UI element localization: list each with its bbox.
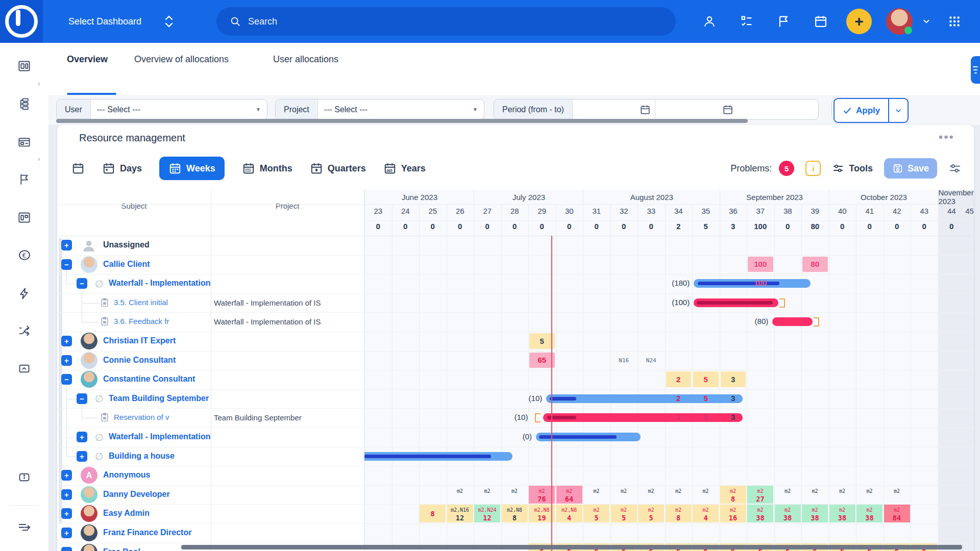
expand-plus-button[interactable]: + — [77, 432, 87, 442]
subject-name[interactable]: Anonymous — [103, 470, 211, 480]
collapse-menu-icon[interactable] — [0, 520, 48, 534]
subject-name[interactable]: Waterfall - Implementation of IS — [109, 279, 211, 288]
avatar[interactable]: A — [81, 467, 97, 484]
expand-plus-button[interactable]: + — [61, 470, 72, 481]
expand-minus-button[interactable]: − — [61, 374, 72, 385]
allocation-cell[interactable]: 65 — [529, 353, 555, 368]
period-to-input[interactable] — [655, 99, 738, 119]
allocation-cell[interactable]: m2 — [638, 486, 664, 504]
subject-name[interactable]: Callie Client — [103, 260, 211, 269]
milestones-flag-icon[interactable] — [0, 172, 48, 186]
tab-overview[interactable]: Overview — [67, 54, 108, 65]
allocation-cell[interactable]: m2 — [693, 486, 719, 504]
avatar[interactable] — [81, 333, 97, 349]
board-icon[interactable] — [0, 135, 48, 149]
avatar[interactable] — [81, 505, 97, 522]
flag-icon[interactable] — [772, 0, 795, 43]
gantt-bar-pink[interactable] — [772, 317, 813, 326]
tab-user-allocations[interactable]: User allocations — [273, 54, 338, 65]
allocation-cell[interactable]: m216 — [720, 505, 746, 522]
avatar[interactable] — [81, 256, 97, 273]
search-input[interactable]: Search — [216, 7, 676, 36]
subject-name[interactable]: Team Building September — [109, 394, 211, 403]
view-quarters-button[interactable]: Quarters — [310, 162, 366, 175]
user-filter-select[interactable]: --- Select ---▼ — [91, 99, 267, 119]
right-edge-panel-tab[interactable] — [971, 56, 980, 84]
avatar[interactable] — [81, 371, 97, 388]
allocation-cell[interactable]: m2 — [775, 486, 801, 504]
allocation-cell[interactable]: 100 — [748, 257, 773, 272]
tab-overview-of-allocations[interactable]: Overview of allocations — [134, 54, 229, 65]
allocation-cell[interactable]: m2 — [474, 486, 500, 504]
allocation-cell[interactable]: m2 — [583, 486, 609, 504]
view-days-button[interactable]: Days — [102, 162, 142, 175]
panels-icon[interactable] — [0, 211, 48, 224]
period-from-input[interactable] — [573, 99, 655, 119]
allocation-cell[interactable]: m276 — [529, 486, 555, 504]
user-icon[interactable] — [698, 0, 721, 43]
expand-plus-button[interactable]: + — [61, 508, 72, 519]
allocation-cell[interactable]: m2,N2412 — [474, 505, 500, 522]
app-logo[interactable] — [0, 0, 43, 43]
allocation-cell[interactable]: m2 — [856, 486, 883, 504]
apply-options-chevron[interactable] — [888, 99, 908, 122]
allocation-cell[interactable]: m264 — [556, 486, 582, 504]
quick-add-button[interactable]: + — [846, 9, 872, 34]
tasks-checklist-icon[interactable] — [736, 0, 758, 43]
allocation-cell[interactable]: m25 — [638, 505, 664, 522]
expand-minus-button[interactable]: − — [77, 278, 87, 289]
allocation-cell[interactable]: m238 — [747, 505, 773, 522]
allocation-cell[interactable]: m2 — [802, 486, 828, 504]
allocation-cell[interactable]: m2,N819 — [529, 505, 555, 522]
allocation-cell[interactable]: m25 — [611, 505, 637, 522]
avatar[interactable] — [81, 544, 97, 551]
allocation-cell[interactable]: m2,N1612 — [447, 505, 473, 522]
expand-plus-button[interactable]: + — [77, 451, 87, 462]
allocation-cell[interactable]: m238 — [775, 505, 801, 522]
dashboards-icon[interactable]: › — [0, 59, 48, 73]
expand-plus-button[interactable]: + — [61, 547, 72, 551]
subject-name[interactable]: Franz Finance Director — [103, 528, 211, 537]
subject-name[interactable]: Connie Consultant — [103, 356, 211, 365]
view-months-button[interactable]: Months — [242, 162, 292, 175]
allocation-cell[interactable]: m2,N84 — [556, 505, 582, 522]
allocation-cell[interactable]: m2 — [502, 486, 528, 504]
expand-plus-button[interactable]: + — [61, 355, 72, 366]
allocation-cell[interactable]: m238 — [802, 505, 828, 522]
allocation-cell[interactable]: 3 — [721, 371, 746, 387]
allocation-cell[interactable]: 5 — [693, 371, 719, 387]
apps-grid-icon[interactable] — [943, 0, 966, 43]
allocation-cell[interactable]: 8 — [420, 505, 446, 522]
chevron-down-icon[interactable] — [915, 0, 938, 43]
allocation-cell[interactable]: m2 — [447, 486, 473, 504]
allocation-cell[interactable]: m28 — [666, 505, 692, 522]
allocation-cell[interactable]: 80 — [802, 257, 828, 272]
inbox-icon[interactable] — [0, 362, 48, 375]
expand-plus-button[interactable]: + — [61, 489, 72, 500]
task-link[interactable]: 3.6. Feedback fr — [114, 317, 211, 325]
subject-name[interactable]: Waterfall - Implementation of IS — [109, 432, 211, 441]
subject-name[interactable]: Danny Developer — [103, 490, 211, 499]
allocation-cell[interactable]: m2 — [829, 486, 855, 504]
problems-count-badge[interactable]: 5 — [779, 161, 794, 176]
allocation-cell[interactable]: m24 — [693, 505, 719, 522]
tools-button[interactable]: Tools — [832, 162, 873, 174]
avatar[interactable] — [81, 524, 97, 541]
allocation-cell[interactable]: m284 — [884, 505, 910, 522]
allocation-cell[interactable]: 2 — [666, 371, 692, 387]
avatar[interactable] — [81, 352, 97, 369]
avatar[interactable] — [81, 486, 97, 503]
quick-actions-lightning-icon[interactable] — [0, 287, 48, 300]
allocation-cell[interactable]: m238 — [856, 505, 883, 522]
calendar-view-button[interactable] — [71, 162, 85, 175]
allocation-cell[interactable]: m2 — [884, 486, 910, 504]
allocation-cell[interactable]: m28 — [720, 486, 746, 504]
calendar-icon[interactable] — [810, 0, 832, 43]
subject-name[interactable]: Easy Admin — [103, 509, 211, 518]
subject-name[interactable]: Unassigned — [103, 240, 211, 249]
info-icon[interactable] — [0, 470, 48, 484]
chart-horizontal-scrollbar[interactable] — [181, 545, 962, 549]
workflow-split-icon[interactable] — [0, 324, 48, 338]
card-menu-dots[interactable]: ••• — [939, 130, 954, 144]
expand-minus-button[interactable]: − — [77, 393, 87, 404]
